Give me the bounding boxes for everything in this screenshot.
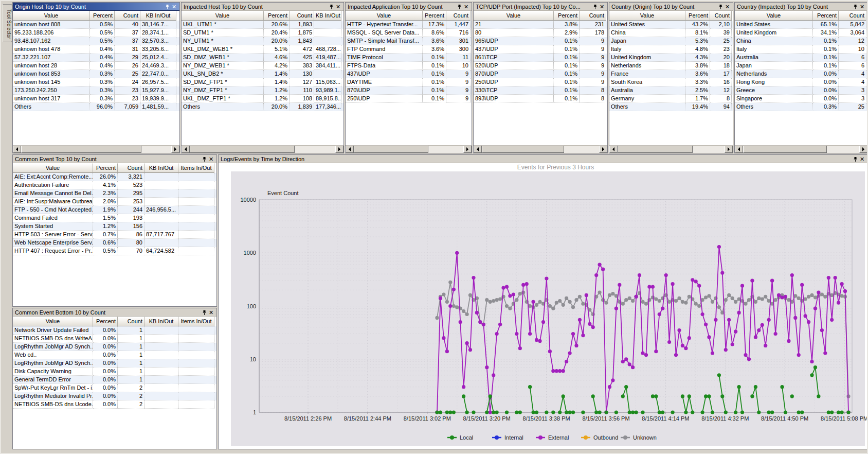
horizontal-scrollbar[interactable] bbox=[474, 145, 607, 153]
scrollbar-track[interactable] bbox=[190, 146, 335, 153]
table-row[interactable]: SD_DMZ_FTP1 *1.4%127115,063... bbox=[182, 78, 343, 86]
table-row[interactable]: Hong Kong0.0%4 bbox=[735, 78, 867, 86]
column-header[interactable]: KB In/Out bbox=[314, 11, 341, 21]
table-row[interactable]: Singapore0.0%3 bbox=[735, 95, 867, 103]
column-header[interactable]: Percent bbox=[264, 11, 290, 21]
scrollbar-track[interactable] bbox=[354, 146, 463, 153]
table-row[interactable]: Command Failed1.5%193 bbox=[13, 214, 216, 222]
table-row[interactable]: Others0.3%25 bbox=[735, 103, 867, 111]
table-row[interactable]: 965\UDP0.1%9 bbox=[474, 37, 607, 45]
column-header[interactable]: Percent bbox=[93, 317, 118, 326]
table-row[interactable]: unknown host 4780.4%3133,205.6... bbox=[13, 45, 179, 54]
pin-icon[interactable] bbox=[852, 155, 859, 163]
scroll-right-button[interactable] bbox=[725, 146, 733, 153]
table-row[interactable]: Japan0.1%6 bbox=[735, 62, 867, 70]
table-row[interactable]: 870\UDP0.1%9 bbox=[474, 70, 607, 78]
horizontal-scrollbar[interactable] bbox=[735, 145, 867, 153]
table-row[interactable]: 893\UDP0.1%8 bbox=[474, 95, 607, 103]
table-row[interactable]: Web cd..0.0%1 bbox=[13, 351, 216, 359]
table-row[interactable]: Web Netscape Enterprise Serv...0.6%80 bbox=[13, 239, 216, 247]
table-row[interactable]: 213.8%231 bbox=[474, 21, 607, 29]
horizontal-scrollbar[interactable] bbox=[182, 145, 343, 153]
panel-titlebar[interactable]: Common Event Bottom 10 by Count✕ bbox=[13, 308, 216, 317]
table-row[interactable]: 802.9%178 bbox=[474, 29, 607, 37]
table-row[interactable]: FTP - 550 - Cmd Not Accepted...1.9%24424… bbox=[13, 206, 216, 214]
scroll-right-button[interactable] bbox=[599, 146, 607, 153]
table-row[interactable]: Italy0.1%10 bbox=[735, 45, 867, 54]
table-row[interactable]: United States43.2%2,10 bbox=[609, 21, 733, 29]
table-row[interactable]: unknown host 8530.3%2522,747.0... bbox=[13, 70, 179, 78]
table-row[interactable]: Italy4.8%23 bbox=[609, 45, 733, 54]
table-row[interactable]: AIE: Int:Susp:Malware Outbreak2.0%253 bbox=[13, 198, 216, 206]
pin-icon[interactable] bbox=[456, 3, 463, 10]
table-row[interactable]: Australia2.5%12 bbox=[609, 86, 733, 95]
table-row[interactable]: 330\TCP0.1%8 bbox=[474, 86, 607, 95]
table-row[interactable]: Others20.0%1,839177,346... bbox=[182, 103, 343, 111]
table-row[interactable]: 861\TCP0.1%9 bbox=[474, 54, 607, 62]
close-icon[interactable]: ✕ bbox=[599, 3, 605, 10]
table-row[interactable]: United Kingdom34.1%3,064 bbox=[735, 29, 867, 37]
table-row[interactable]: Greece0.0%3 bbox=[735, 86, 867, 95]
pin-icon[interactable] bbox=[717, 3, 724, 10]
table-row[interactable]: 57.32.221.1070.4%2925,012.4... bbox=[13, 54, 179, 62]
column-header[interactable]: Percent bbox=[554, 11, 580, 21]
table-row[interactable]: unknown host 8080.5%4038,146.7... bbox=[13, 21, 179, 29]
table-row[interactable]: China0.1%12 bbox=[735, 37, 867, 45]
column-header[interactable]: Count bbox=[118, 317, 144, 326]
table-row[interactable]: FTPS-Data0.1%10 bbox=[346, 62, 472, 70]
column-header[interactable]: Items In/Out bbox=[178, 317, 214, 326]
table-row[interactable]: UKL_UTM1 *20.6%1,893 bbox=[182, 21, 343, 29]
table-row[interactable]: South Korea3.3%16 bbox=[609, 78, 733, 86]
scroll-right-button[interactable] bbox=[859, 146, 867, 153]
scroll-left-button[interactable] bbox=[13, 146, 21, 153]
table-row[interactable]: Netherlands0.0%4 bbox=[735, 70, 867, 78]
column-header[interactable]: Value bbox=[13, 317, 93, 326]
close-icon[interactable]: ✕ bbox=[335, 3, 341, 10]
column-header[interactable]: Value bbox=[609, 11, 685, 21]
table-row[interactable]: AIE: Ext:Accnt Comp:Remote...26.0%3,321 bbox=[13, 173, 216, 181]
pin-icon[interactable] bbox=[201, 155, 208, 163]
scroll-right-button[interactable] bbox=[335, 146, 343, 153]
column-header[interactable]: KB In/Out bbox=[140, 11, 176, 21]
table-row[interactable]: UKL_DMZ_WEB1 *5.1%472468,728... bbox=[182, 45, 343, 54]
table-row[interactable]: UKL_SN_DB2 *1.4%130 bbox=[182, 70, 343, 78]
table-row[interactable]: HTTP 407 : Request Error - Pr...0.5%7064… bbox=[13, 247, 216, 255]
table-row[interactable]: NY_DMZ_WEB1 *4.2%383384,411... bbox=[182, 62, 343, 70]
panel-titlebar[interactable]: Impacted Host Top 10 by Count✕ bbox=[182, 3, 343, 11]
column-header[interactable]: Value bbox=[13, 163, 93, 173]
table-row[interactable]: France3.6%17 bbox=[609, 70, 733, 78]
panel-titlebar[interactable]: Country (Origin) Top 10 by Count✕ bbox=[609, 3, 733, 11]
panel-titlebar[interactable]: Impacted Application Top 10 by Count✕ bbox=[346, 3, 472, 11]
table-row[interactable]: HTTP 503 : Server Error - Serv...0.7%868… bbox=[13, 231, 216, 239]
chart-panel-titlebar[interactable]: Logs/Events by Time by Direction ✕ bbox=[219, 155, 867, 163]
column-header[interactable]: Count bbox=[839, 11, 866, 21]
horizontal-scrollbar[interactable] bbox=[346, 145, 472, 153]
column-header[interactable]: Value bbox=[735, 11, 813, 21]
table-row[interactable]: Australia0.1%6 bbox=[735, 54, 867, 62]
table-row[interactable]: 250\UDP0.1%9 bbox=[346, 95, 472, 103]
column-header[interactable]: Value bbox=[13, 11, 90, 21]
table-row[interactable]: United Kingdom4.3%20 bbox=[609, 54, 733, 62]
table-row[interactable]: SMTP - Simple Mail Transf...3.6%301 bbox=[346, 37, 472, 45]
scrollbar-thumb[interactable] bbox=[190, 146, 295, 153]
table-row[interactable]: Japan5.3%25 bbox=[609, 37, 733, 45]
column-header[interactable]: Items In/Out bbox=[178, 163, 214, 173]
table-row[interactable]: SD_UTM1 *20.4%1,875 bbox=[182, 29, 343, 37]
table-row[interactable]: unknown host 280.4%2624,469.3... bbox=[13, 62, 179, 70]
table-row[interactable]: Netherlands3.8%18 bbox=[609, 62, 733, 70]
pin-icon[interactable] bbox=[328, 3, 335, 10]
scrollbar-thumb[interactable] bbox=[482, 146, 564, 153]
column-header[interactable]: KB In/Out bbox=[144, 163, 178, 173]
scrollbar-track[interactable] bbox=[21, 146, 171, 153]
close-icon[interactable]: ✕ bbox=[859, 155, 865, 163]
column-header[interactable]: Percent bbox=[93, 163, 118, 173]
column-header[interactable]: Count bbox=[115, 11, 140, 21]
scrollbar-thumb[interactable] bbox=[354, 146, 428, 153]
column-header[interactable]: Percent bbox=[423, 11, 446, 21]
scroll-right-button[interactable] bbox=[463, 146, 472, 153]
scrollbar-track[interactable] bbox=[743, 146, 859, 153]
column-header[interactable]: Value bbox=[182, 11, 264, 21]
horizontal-scrollbar[interactable] bbox=[609, 145, 733, 153]
table-row[interactable]: HTTP - Hypertext Transfer...17.3%1,447 bbox=[346, 21, 472, 29]
table-row[interactable]: Network Driver Update Failed0.0%1 bbox=[13, 326, 216, 335]
